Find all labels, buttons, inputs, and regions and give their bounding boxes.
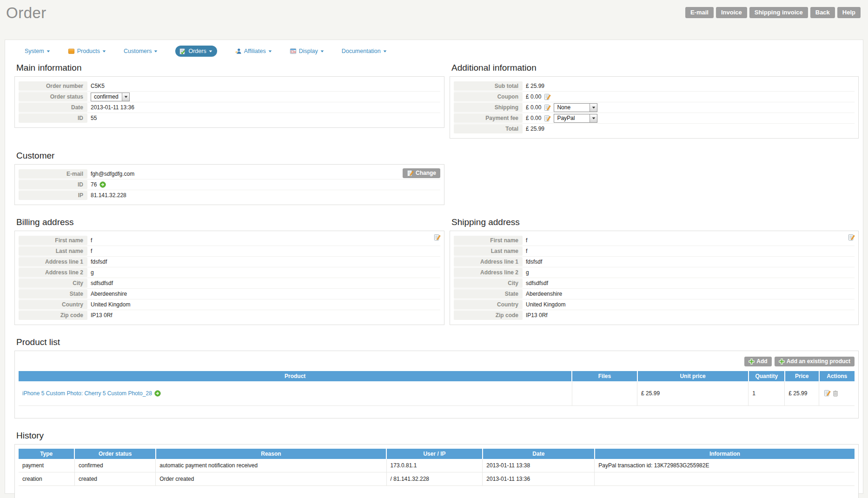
address-line-1-text: fdsfsdf <box>526 259 542 265</box>
id-label: ID <box>19 113 87 123</box>
add-product-button[interactable]: Add <box>744 357 771 366</box>
product-link[interactable]: iPhone 5 Custom Photo: Cherry 5 Custom P… <box>22 390 161 397</box>
state-text: Aberdeenshire <box>91 291 127 297</box>
state-value: Aberdeenshire <box>87 291 127 297</box>
svg-text:8: 8 <box>236 52 237 53</box>
total-value: £ 25.99 <box>523 126 544 132</box>
e-mail-label: E-mail <box>19 169 87 179</box>
field-row-zip-code: Zip codeIP13 0Rf <box>454 310 855 320</box>
back-button[interactable]: Back <box>810 7 835 18</box>
orders-notepad-icon <box>179 48 186 55</box>
edit-icon[interactable] <box>544 115 551 122</box>
field-row-address-line-2: Address line 2g <box>454 267 855 278</box>
field-row-id: ID76 <box>19 179 440 190</box>
invoice-button[interactable]: Invoice <box>716 7 747 18</box>
shipping-label: Shipping <box>454 103 523 112</box>
payment-fee-text: £ 0.00 <box>526 115 541 121</box>
last-name-label: Last name <box>454 246 523 256</box>
help-button[interactable]: Help <box>837 7 861 18</box>
type-cell: creation <box>19 472 74 485</box>
history-row: paymentconfirmedautomatic payment notifi… <box>19 459 855 472</box>
zip-code-label: Zip code <box>19 311 87 320</box>
edit-shipping-address-icon[interactable] <box>848 234 855 241</box>
payment-fee-label: Payment fee <box>454 113 523 123</box>
nav-item-affiliates[interactable]: 8Affiliates <box>235 47 272 55</box>
field-row-ip: IP81.141.32.228 <box>19 190 440 200</box>
address-line-1-text: fdsfsdf <box>91 259 107 265</box>
edit-icon[interactable] <box>544 104 551 111</box>
edit-icon[interactable] <box>544 93 551 100</box>
order-status-select[interactable]: confirmed <box>91 93 130 101</box>
header-buttons: E-mailInvoiceShipping invoiceBackHelp <box>685 7 861 18</box>
actions-cell <box>819 381 855 405</box>
go-arrow-icon[interactable] <box>154 390 161 397</box>
history-title: History <box>16 431 859 441</box>
total-text: £ 25.99 <box>526 126 544 132</box>
nav-item-label: Orders <box>188 47 206 55</box>
nav-item-documentation[interactable]: Documentation <box>342 47 387 55</box>
add-product-label: Add <box>756 358 767 365</box>
unit-price-cell: £ 25.99 <box>637 381 749 405</box>
order-number-label: Order number <box>19 81 87 91</box>
field-row-coupon: Coupon£ 0.00 <box>454 92 855 102</box>
nav-item-products[interactable]: Products <box>68 47 106 55</box>
chevron-down-icon <box>383 50 387 53</box>
country-label: Country <box>454 300 523 309</box>
shipping-invoice-button[interactable]: Shipping invoice <box>749 7 808 18</box>
nav-item-display[interactable]: Display <box>290 47 324 55</box>
information-cell <box>595 472 855 485</box>
field-row-order-status: Order statusconfirmed <box>19 92 440 102</box>
change-customer-button[interactable]: Change <box>403 168 440 178</box>
date-cell: 2013-01-11 13:36 <box>483 472 595 485</box>
chevron-down-icon[interactable] <box>122 93 129 101</box>
customer-box: Change E-mailfgh@sdfgdfg.comID76IP81.141… <box>14 164 444 205</box>
city-value: sdfsdfsdf <box>87 280 113 286</box>
coupon-label: Coupon <box>454 92 523 101</box>
coupon-text: £ 0.00 <box>526 93 541 100</box>
country-text: United Kingdom <box>91 301 130 308</box>
first-name-text: f <box>526 237 527 244</box>
field-row-payment-fee: Payment fee£ 0.00PayPal <box>454 113 855 124</box>
additional-information-title: Additional information <box>451 63 859 73</box>
zip-code-text: IP13 0Rf <box>91 312 113 319</box>
field-row-first-name: First namef <box>19 235 440 246</box>
product-buttons-row: Add Add an existing product <box>19 357 855 366</box>
field-row-city: Citysdfsdfsdf <box>454 278 855 289</box>
add-plus-icon <box>779 359 785 365</box>
order-status-select-value: confirmed <box>91 93 122 101</box>
go-arrow-icon[interactable] <box>99 181 106 188</box>
e-mail-text: fgh@sdfgdfg.com <box>91 171 134 177</box>
field-row-date: Date2013-01-11 13:36 <box>19 102 440 113</box>
price-cell: £ 25.99 <box>785 381 819 405</box>
chevron-down-icon[interactable] <box>590 114 597 122</box>
payment-fee-select[interactable]: PayPal <box>554 114 597 123</box>
field-row-address-line-2: Address line 2g <box>19 267 440 278</box>
coupon-value: £ 0.00 <box>523 93 551 100</box>
column-header-information: Information <box>595 449 855 459</box>
user-ip-cell: / 81.141.32.228 <box>386 472 483 485</box>
chevron-down-icon[interactable] <box>590 104 597 112</box>
address-line-2-text: g <box>91 269 94 276</box>
edit-billing-address-icon[interactable] <box>434 234 441 241</box>
e-mail-button[interactable]: E-mail <box>685 7 714 18</box>
edit-icon[interactable] <box>824 390 831 397</box>
add-existing-product-button[interactable]: Add an existing product <box>775 357 855 366</box>
date-value: 2013-01-11 13:36 <box>87 104 134 111</box>
field-row-zip-code: Zip codeIP13 0Rf <box>19 310 440 320</box>
state-label: State <box>19 289 87 299</box>
top-nav: SystemProductsCustomersOrders8Affiliates… <box>5 40 863 59</box>
country-label: Country <box>19 300 87 309</box>
nav-item-customers[interactable]: Customers <box>124 47 158 55</box>
chevron-down-icon <box>209 50 212 53</box>
field-row-last-name: Last namef <box>454 246 855 257</box>
additional-information-section: Additional information Sub total£ 25.99C… <box>450 59 859 139</box>
country-value: United Kingdom <box>87 301 130 308</box>
nav-item-system[interactable]: System <box>25 47 50 55</box>
column-header-price: Price <box>785 371 819 381</box>
country-value: United Kingdom <box>523 301 565 308</box>
shipping-select[interactable]: None <box>554 103 597 112</box>
trash-icon[interactable] <box>833 390 838 397</box>
nav-item-orders[interactable]: Orders <box>175 46 217 57</box>
column-header-user-ip: User / IP <box>386 449 483 459</box>
field-row-state: StateAberdeenshire <box>454 289 855 299</box>
